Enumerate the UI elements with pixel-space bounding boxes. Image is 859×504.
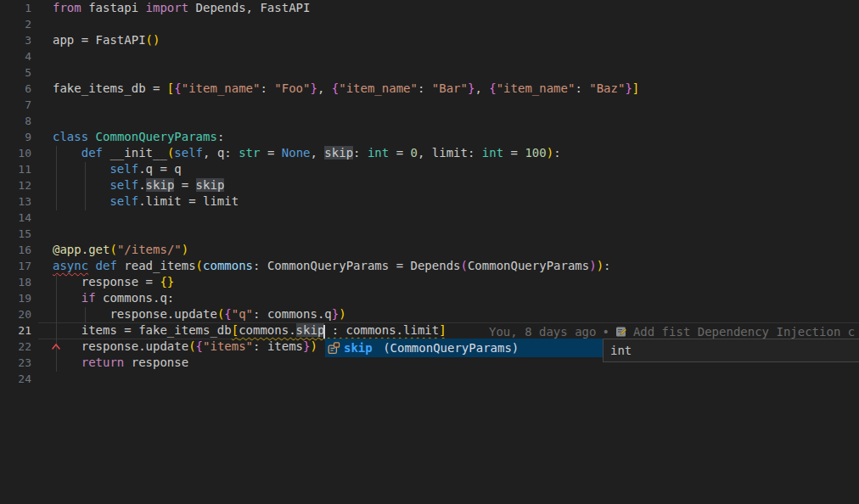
code-text: self.q = q	[53, 161, 182, 177]
line-number[interactable]: 7	[0, 97, 31, 113]
code-line[interactable]: 8	[0, 113, 859, 129]
code-text: app = FastAPI()	[53, 32, 160, 48]
code-line[interactable]: 15	[0, 226, 859, 242]
code-line[interactable]: 17async def read_items(commons: CommonQu…	[0, 258, 859, 274]
code-line[interactable]: 13 self.limit = limit	[0, 193, 859, 210]
code-line[interactable]: 6fake_items_db = [{"item_name": "Foo"}, …	[0, 81, 859, 97]
line-number[interactable]: 18	[0, 274, 31, 290]
line-number[interactable]: 14	[0, 210, 31, 226]
code-line[interactable]: 1from fastapi import Depends, FastAPI	[0, 0, 859, 16]
code-text: fake_items_db = [{"item_name": "Foo"}, {…	[53, 81, 639, 97]
suggestion-type: int	[610, 344, 632, 357]
line-number[interactable]: 15	[0, 226, 31, 242]
line-number[interactable]: 16	[0, 242, 31, 258]
line-number[interactable]: 8	[0, 113, 31, 129]
code-text: def __init__(self, q: str = None, skip: …	[53, 145, 561, 161]
line-number[interactable]: 24	[0, 371, 31, 387]
line-number[interactable]: 12	[0, 177, 31, 193]
code-line[interactable]: 5	[0, 64, 859, 81]
suggestion-label: skip	[344, 341, 373, 355]
blame-author: You, 8 days ago	[489, 325, 596, 339]
code-line[interactable]: 16@app.get("/items/")	[0, 242, 859, 258]
line-number[interactable]: 9	[0, 129, 31, 145]
line-number[interactable]: 10	[0, 145, 31, 161]
line-number[interactable]: 13	[0, 193, 31, 210]
blame-message: Add fist Dependency Injection c	[633, 325, 855, 339]
line-number[interactable]: 6	[0, 81, 31, 97]
line-number[interactable]: 4	[0, 48, 31, 64]
line-number[interactable]: 2	[0, 16, 31, 32]
suggestion-signature: (CommonQueryParams)	[376, 341, 519, 355]
code-text: if commons.q:	[53, 290, 174, 306]
code-line[interactable]: 11 self.q = q	[0, 161, 859, 177]
code-line[interactable]: 3app = FastAPI()	[0, 32, 859, 48]
line-number[interactable]: 5	[0, 64, 31, 81]
code-line[interactable]: 2	[0, 16, 859, 32]
code-line[interactable]: 7	[0, 97, 859, 113]
error-squiggle-icon	[52, 343, 61, 350]
line-number[interactable]: 17	[0, 258, 31, 274]
blame-bullet: •	[602, 325, 609, 339]
code-editor[interactable]: 1from fastapi import Depends, FastAPI23a…	[0, 0, 859, 504]
code-text: self.limit = limit	[53, 193, 239, 210]
line-number[interactable]: 3	[0, 32, 31, 48]
line-number[interactable]: 19	[0, 290, 31, 306]
code-text: async def read_items(commons: CommonQuer…	[53, 258, 611, 274]
text-cursor	[323, 325, 325, 339]
inline-blame[interactable]: You, 8 days ago • Add fist Dependency In…	[489, 323, 855, 339]
code-text: from fastapi import Depends, FastAPI	[53, 0, 310, 16]
code-text: self.skip = skip	[53, 177, 224, 193]
code-line[interactable]: 18 response = {}	[0, 274, 859, 290]
code-text: @app.get("/items/")	[53, 242, 188, 258]
code-text: items = fake_items_db[commons.skip : com…	[53, 322, 446, 339]
code-line[interactable]: 19 if commons.q:	[0, 290, 859, 306]
code-line[interactable]: 4	[0, 48, 859, 64]
field-icon	[328, 342, 340, 355]
line-number[interactable]: 1	[0, 0, 31, 16]
code-line[interactable]: 14	[0, 210, 859, 226]
code-text: return response	[53, 355, 188, 371]
line-number[interactable]: 23	[0, 355, 31, 371]
code-line[interactable]: 12 self.skip = skip	[0, 177, 859, 193]
suggestion-detail: int	[603, 339, 859, 362]
line-number[interactable]: 21	[0, 322, 31, 339]
suggestion-item[interactable]: skip (CommonQueryParams)	[325, 339, 603, 357]
code-line[interactable]: 9class CommonQueryParams:	[0, 129, 859, 145]
code-line[interactable]: 10 def __init__(self, q: str = None, ski…	[0, 145, 859, 161]
memo-pencil-icon	[615, 326, 627, 338]
code-line[interactable]: 24	[0, 371, 859, 387]
line-number[interactable]: 11	[0, 161, 31, 177]
code-text: class CommonQueryParams:	[53, 129, 224, 145]
line-number[interactable]: 20	[0, 306, 31, 322]
code-text: response.update({"q": commons.q})	[53, 306, 346, 322]
line-number[interactable]: 22	[0, 339, 31, 355]
code-text: response.update({"items": items})	[53, 339, 317, 355]
code-line[interactable]: 20 response.update({"q": commons.q})	[0, 306, 859, 322]
code-text: response = {}	[53, 274, 174, 290]
